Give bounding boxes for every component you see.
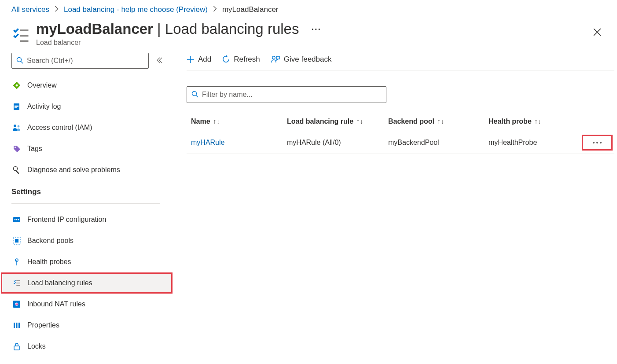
- refresh-label: Refresh: [234, 55, 260, 64]
- svg-point-13: [14, 167, 18, 171]
- svg-point-10: [14, 125, 16, 127]
- svg-point-35: [272, 56, 275, 59]
- svg-point-39: [596, 142, 598, 143]
- filter-box[interactable]: [187, 86, 386, 103]
- svg-rect-31: [18, 323, 20, 328]
- rules-table: Name↑↓ Load balancing rule↑↓ Backend poo…: [187, 112, 614, 154]
- plus-icon: [187, 55, 195, 63]
- sidebar-item-health-probes[interactable]: Health probes: [11, 251, 166, 272]
- sidebar-search[interactable]: [11, 53, 149, 69]
- tags-icon: [12, 144, 21, 153]
- table-header: Name↑↓ Load balancing rule↑↓ Backend poo…: [187, 112, 614, 131]
- breadcrumb-separator: [55, 5, 59, 14]
- sidebar-item-label: Tags: [27, 145, 42, 153]
- column-label: Health probe: [488, 118, 532, 125]
- close-button[interactable]: [589, 26, 606, 40]
- breadcrumb-separator: [213, 5, 217, 14]
- svg-rect-0: [20, 29, 28, 31]
- svg-rect-32: [14, 346, 19, 350]
- sidebar-item-access-control[interactable]: Access control (IAM): [11, 117, 166, 138]
- svg-point-5: [16, 85, 18, 87]
- sidebar-item-locks[interactable]: Locks: [11, 336, 166, 357]
- sidebar-item-label: Load balancing rules: [27, 279, 92, 287]
- refresh-button[interactable]: Refresh: [222, 55, 260, 64]
- svg-rect-29: [14, 323, 15, 328]
- lb-rules-icon: [12, 279, 21, 287]
- load-balancer-rules-icon: [11, 26, 30, 45]
- sidebar-item-lb-rules[interactable]: Load balancing rules: [1, 272, 173, 294]
- diagnose-icon: [12, 165, 21, 174]
- rule-name-link[interactable]: myHARule: [191, 139, 224, 146]
- sort-icon: ↑↓: [213, 118, 220, 125]
- refresh-icon: [222, 55, 230, 63]
- feedback-button[interactable]: Give feedback: [271, 55, 332, 64]
- column-label: Name: [191, 118, 210, 125]
- svg-point-11: [18, 125, 20, 128]
- svg-rect-26: [16, 285, 20, 286]
- filter-input[interactable]: [202, 91, 382, 99]
- frontend-ip-icon: [12, 215, 21, 224]
- sidebar-item-label: Frontend IP configuration: [27, 216, 106, 224]
- main-content: Add Refresh Give feedback Name↑↓: [173, 53, 617, 357]
- page-header: myLoadBalancer | Load balancing rules ··…: [0, 19, 617, 53]
- svg-rect-8: [15, 106, 18, 107]
- sidebar-item-label: Backend pools: [27, 237, 73, 245]
- section-divider: [11, 203, 160, 204]
- breadcrumb-current: myLoadBalancer: [222, 5, 279, 14]
- sidebar-item-label: Inbound NAT rules: [27, 300, 85, 308]
- feedback-label: Give feedback: [284, 55, 332, 64]
- svg-point-22: [16, 260, 17, 261]
- sort-icon: ↑↓: [534, 118, 541, 125]
- overview-icon: [12, 81, 21, 90]
- sidebar-item-diagnose[interactable]: Diagnose and solve problems: [11, 159, 166, 180]
- svg-rect-1: [20, 35, 28, 37]
- svg-line-37: [196, 95, 198, 97]
- sidebar-item-label: Health probes: [27, 258, 71, 266]
- svg-point-38: [593, 142, 595, 143]
- breadcrumb-link-all-services[interactable]: All services: [11, 5, 49, 14]
- health-probes-icon: [12, 257, 21, 266]
- column-header-pool[interactable]: Backend pool↑↓: [388, 118, 488, 125]
- search-icon: [16, 57, 23, 65]
- add-label: Add: [198, 55, 211, 64]
- rule-cell: myHARule (All/0): [287, 139, 341, 146]
- sort-icon: ↑↓: [437, 118, 444, 125]
- table-row: myHARule myHARule (All/0) myBackendPool …: [187, 131, 614, 154]
- sidebar-item-properties[interactable]: Properties: [11, 315, 166, 336]
- collapse-sidebar-button[interactable]: [156, 57, 163, 65]
- row-more-actions-button[interactable]: [582, 135, 613, 151]
- sidebar-item-label: Activity log: [27, 103, 61, 110]
- svg-point-40: [600, 142, 602, 143]
- inbound-nat-icon: [12, 300, 21, 309]
- svg-rect-25: [16, 283, 20, 284]
- sidebar-item-label: Diagnose and solve problems: [27, 166, 120, 174]
- sidebar-item-label: Locks: [27, 342, 46, 350]
- add-button[interactable]: Add: [187, 55, 211, 64]
- svg-rect-14: [16, 171, 19, 174]
- activity-log-icon: [12, 102, 21, 111]
- svg-rect-2: [20, 40, 28, 42]
- breadcrumb-link-lb-help[interactable]: Load balancing - help me choose (Preview…: [64, 5, 208, 14]
- svg-point-18: [18, 219, 19, 221]
- column-label: Load balancing rule: [287, 118, 353, 125]
- access-control-icon: [12, 123, 21, 132]
- sidebar-item-frontend-ip[interactable]: Frontend IP configuration: [11, 209, 166, 230]
- column-header-probe[interactable]: Health probe↑↓: [488, 118, 580, 125]
- column-header-rule[interactable]: Load balancing rule↑↓: [287, 118, 388, 125]
- svg-rect-9: [15, 107, 17, 108]
- sidebar-item-label: Overview: [27, 81, 57, 89]
- column-header-name[interactable]: Name↑↓: [187, 118, 287, 125]
- search-icon: [191, 91, 198, 99]
- svg-rect-7: [15, 105, 18, 106]
- sidebar: Overview Activity log Access control (IA…: [0, 53, 173, 357]
- sidebar-item-inbound-nat[interactable]: Inbound NAT rules: [11, 294, 166, 315]
- more-actions-button[interactable]: ···: [308, 25, 325, 33]
- sidebar-item-overview[interactable]: Overview: [11, 75, 166, 96]
- sidebar-search-input[interactable]: [27, 57, 144, 65]
- page-title: myLoadBalancer | Load balancing rules ··…: [36, 21, 589, 37]
- probe-cell: myHealthProbe: [488, 139, 537, 146]
- sidebar-item-tags[interactable]: Tags: [11, 138, 166, 159]
- sidebar-item-activity-log[interactable]: Activity log: [11, 96, 166, 117]
- sidebar-item-backend-pools[interactable]: Backend pools: [11, 230, 166, 251]
- page-title-suffix: Load balancing rules: [165, 21, 299, 37]
